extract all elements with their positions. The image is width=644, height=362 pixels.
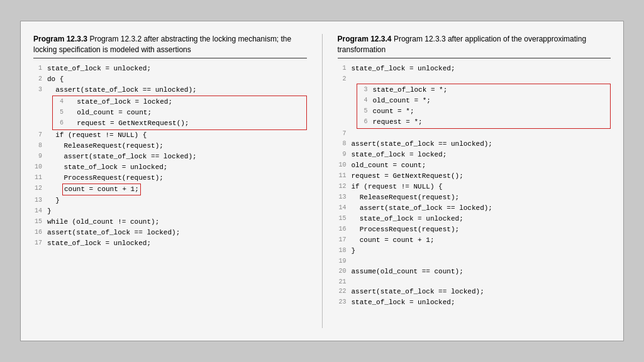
code-line: 13 ReleaseRequest(request);: [338, 192, 611, 203]
code-line: 8assert(state_of_lock == unlocked);: [338, 139, 611, 150]
line-number: 6: [55, 118, 69, 129]
code-line: 8 ReleaseRequest(request);: [33, 141, 307, 151]
line-number: 13: [33, 195, 47, 206]
code-line: 11request = GetNextRequest();: [338, 171, 611, 182]
line-number: 12: [338, 182, 352, 192]
red-box-group-left: 4 state_of_lock = locked;5 old_count = c…: [33, 96, 307, 130]
line-number: 22: [338, 287, 352, 297]
code-line: 10old_count = count;: [338, 160, 611, 171]
code-line: 3state_of_lock = *;: [359, 85, 609, 96]
line-number: 4: [55, 97, 69, 107]
line-number: 17: [338, 235, 352, 246]
line-number: 11: [338, 171, 352, 182]
code-line: 14 assert(state_of_lock == locked);: [338, 203, 611, 214]
code-line: 23state_of_lock = unlocked;: [338, 297, 611, 308]
line-number: 2: [338, 74, 352, 84]
right-title-bold: Program 12.3.4: [338, 35, 392, 43]
line-number: 20: [338, 266, 352, 277]
left-code-area: 1state_of_lock = unlocked;2do {3 assert(…: [33, 63, 307, 328]
code-line: 20assume(old_count == count);: [338, 266, 611, 277]
line-number: 15: [33, 217, 47, 228]
line-number: 9: [338, 150, 352, 160]
code-line: 18}: [338, 246, 611, 256]
line-content: count = count + 1;: [47, 184, 141, 195]
code-line: 5 old_count = count;: [55, 107, 304, 118]
line-number: 16: [33, 228, 47, 238]
code-line: 16assert(state_of_lock == locked);: [33, 228, 307, 238]
line-number: 1: [33, 63, 47, 74]
line-number: 8: [33, 141, 47, 151]
code-line: 4 state_of_lock = locked;: [55, 97, 304, 107]
line-number: 4: [359, 96, 373, 106]
code-line: 9state_of_lock = locked;: [338, 150, 611, 160]
line-number: 6: [359, 117, 373, 128]
line-number: 23: [338, 297, 352, 308]
code-line: 2: [338, 74, 611, 84]
line-number: 21: [338, 277, 352, 287]
code-line: 5count = *;: [359, 106, 609, 117]
code-line: 10 state_of_lock = unlocked;: [33, 162, 307, 173]
code-line: 9 assert(state_of_lock == locked);: [33, 151, 307, 162]
code-line: 1state_of_lock = unlocked;: [33, 63, 307, 74]
line-number: 3: [359, 85, 373, 96]
line-number: 14: [338, 203, 352, 214]
code-line: 12if (request != NULL) {: [338, 182, 611, 192]
line-number: 5: [359, 106, 373, 117]
left-panel-title: Program 12.3.3 Program 12.3.2 after abst…: [33, 34, 307, 58]
code-line: 17 count = count + 1;: [338, 235, 611, 246]
code-line: 17state_of_lock = unlocked;: [33, 238, 307, 249]
right-code-area: 1state_of_lock = unlocked;23state_of_loc…: [338, 63, 611, 328]
code-line: 12count = count + 1;: [33, 184, 307, 195]
red-box-group-right: 3state_of_lock = *;4old_count = *;5count…: [338, 84, 611, 129]
code-line: 14}: [33, 206, 307, 217]
line-number: 10: [338, 160, 352, 171]
code-line: 7: [338, 129, 611, 139]
line-number: 5: [55, 107, 69, 118]
code-line: 19: [338, 256, 611, 266]
highlighted-code: count = count + 1;: [62, 184, 141, 195]
main-container: Program 12.3.3 Program 12.3.2 after abst…: [20, 21, 624, 341]
code-line: 7 if (request != NULL) {: [33, 130, 307, 141]
code-line: 21: [338, 277, 611, 287]
code-line: 1state_of_lock = unlocked;: [338, 63, 611, 74]
code-line: 15while (old_count != count);: [33, 217, 307, 228]
code-line: 3 assert(state_of_lock == unlocked);: [33, 85, 307, 96]
line-number: 12: [33, 184, 47, 195]
line-number: 1: [338, 63, 352, 74]
left-title-bold: Program 12.3.3: [33, 35, 87, 43]
line-number: 2: [33, 74, 47, 85]
line-number: 16: [338, 224, 352, 235]
line-number: 11: [33, 173, 47, 184]
line-number: 13: [338, 192, 352, 203]
code-line: 6 request = GetNextRequest();: [55, 118, 304, 129]
left-panel: Program 12.3.3 Program 12.3.2 after abst…: [33, 34, 307, 328]
code-line: 11 ProcessRequest(request);: [33, 173, 307, 184]
code-line: 16 ProcessRequest(request);: [338, 224, 611, 235]
line-number: 15: [338, 214, 352, 224]
code-line: 15 state_of_lock = unlocked;: [338, 214, 611, 224]
code-line: 6request = *;: [359, 117, 609, 128]
line-number: 9: [33, 151, 47, 162]
code-line: 2do {: [33, 74, 307, 85]
code-line: 13 }: [33, 195, 307, 206]
line-number: 8: [338, 139, 352, 150]
line-number: 19: [338, 256, 352, 266]
panel-divider: [322, 34, 323, 328]
line-number: 10: [33, 162, 47, 173]
line-number: 14: [33, 206, 47, 217]
code-line: 4old_count = *;: [359, 96, 609, 106]
line-number: 3: [33, 85, 47, 96]
line-number: 7: [338, 129, 352, 139]
line-number: 17: [33, 238, 47, 249]
right-panel-title: Program 12.3.4 Program 12.3.3 after appl…: [338, 34, 611, 58]
line-number: 18: [338, 246, 352, 256]
code-line: 22assert(state_of_lock == locked);: [338, 287, 611, 297]
right-panel: Program 12.3.4 Program 12.3.3 after appl…: [338, 34, 611, 328]
line-number: 7: [33, 130, 47, 141]
